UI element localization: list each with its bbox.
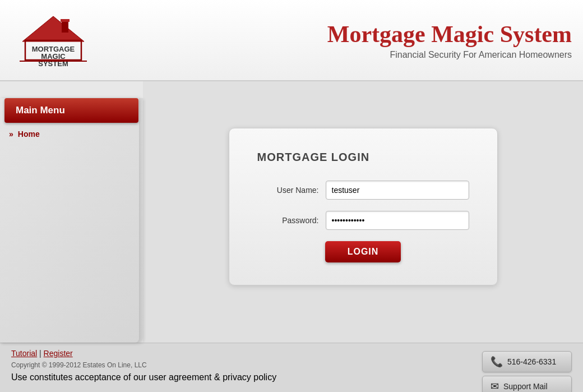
footer-ampersand: & — [214, 372, 223, 382]
login-box: MORTGAGE LOGIN User Name: Password: LOGI… — [229, 128, 498, 285]
logo-area: MORTGAGE MAGIC SYSTEM — [11, 8, 95, 72]
username-input[interactable] — [326, 181, 469, 200]
mail-icon: ✉ — [491, 380, 499, 392]
header: MORTGAGE MAGIC SYSTEM Mortgage Magic Sys… — [0, 0, 583, 81]
username-row: User Name: — [257, 181, 469, 200]
login-title: MORTGAGE LOGIN — [257, 151, 469, 164]
content-area: MORTGAGE LOGIN User Name: Password: LOGI… — [143, 81, 583, 343]
phone-icon: 📞 — [491, 356, 503, 368]
sidebar: Main Menu Home — [0, 81, 143, 343]
password-row: Password: — [257, 211, 469, 230]
footer-copyright: Copyright © 1999-2012 Estates On Line, L… — [11, 361, 276, 369]
app-title: Mortgage Magic System — [327, 21, 572, 48]
sidebar-item-home[interactable]: Home — [0, 123, 143, 145]
footer-notice: Use constitutes acceptance of our user a… — [11, 372, 276, 382]
privacy-policy-link[interactable]: privacy policy — [223, 372, 276, 382]
svg-marker-0 — [22, 16, 84, 41]
home-link[interactable]: Home — [18, 130, 40, 139]
phone-button[interactable]: 📞 516-426-6331 — [482, 351, 572, 372]
footer-links: Tutorial | Register — [11, 349, 276, 358]
username-label: User Name: — [257, 186, 319, 195]
svg-rect-2 — [61, 19, 70, 22]
main-menu-button[interactable]: Main Menu — [4, 98, 138, 123]
support-mail-label: Support Mail — [503, 382, 548, 391]
footer: Tutorial | Register Copyright © 1999-201… — [0, 343, 583, 392]
footer-left: Tutorial | Register Copyright © 1999-201… — [11, 349, 276, 382]
tutorial-link[interactable]: Tutorial — [11, 349, 37, 358]
login-button[interactable]: LOGIN — [325, 241, 401, 262]
header-title-area: Mortgage Magic System Financial Security… — [327, 21, 572, 60]
logo-image: MORTGAGE MAGIC SYSTEM — [11, 8, 95, 72]
user-agreement-link[interactable]: user agreement — [149, 372, 211, 382]
use-notice-text: Use constitutes acceptance of our — [11, 372, 146, 382]
support-mail-button[interactable]: ✉ Support Mail — [482, 376, 572, 392]
password-input[interactable] — [326, 211, 469, 230]
app-subtitle: Financial Security For American Homeowne… — [327, 50, 572, 60]
footer-right: 📞 516-426-6331 ✉ Support Mail — [482, 351, 572, 392]
main-content: Main Menu Home MORTGAGE LOGIN User Name:… — [0, 81, 583, 343]
footer-separator: | — [39, 349, 44, 358]
register-link[interactable]: Register — [44, 349, 73, 358]
login-button-row: LOGIN — [257, 241, 469, 262]
svg-rect-1 — [62, 20, 68, 33]
phone-number: 516-426-6331 — [507, 357, 556, 366]
password-label: Password: — [257, 216, 319, 225]
